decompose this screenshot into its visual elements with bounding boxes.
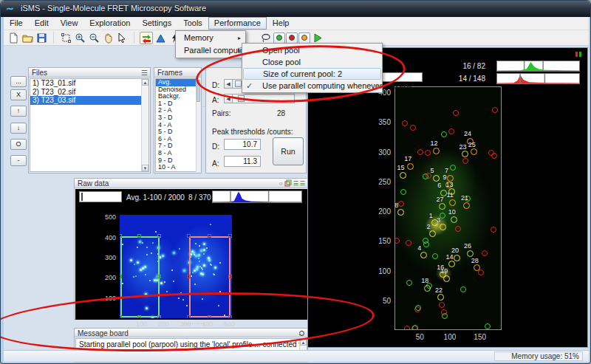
peak-circle[interactable] — [437, 294, 444, 301]
file-action-button-5[interactable]: - — [10, 155, 27, 166]
roi-handle[interactable] — [157, 234, 161, 238]
peak-circle[interactable] — [450, 165, 456, 171]
peak-circle[interactable] — [420, 252, 427, 258]
menu-edit[interactable]: Edit — [29, 17, 55, 30]
zoom-out-icon[interactable] — [87, 32, 100, 44]
channel-layers-icon[interactable] — [284, 179, 292, 187]
zoom-in-icon[interactable] — [73, 32, 86, 44]
roi-handle[interactable] — [208, 315, 211, 318]
frames-panel-header[interactable]: Frames — [154, 68, 201, 78]
menu-settings[interactable]: Settings — [136, 17, 177, 30]
peak-circle[interactable] — [407, 163, 414, 170]
roi-handle[interactable] — [157, 275, 161, 278]
scroll-down-icon[interactable]: ▼ — [142, 165, 148, 171]
a-slider[interactable]: ◀ — [224, 94, 295, 103]
frame-slider-thumb[interactable] — [81, 193, 83, 201]
peak-circle[interactable] — [455, 226, 461, 232]
roi-handle[interactable] — [137, 315, 141, 318]
peak-circle[interactable] — [442, 313, 448, 319]
green-histogram[interactable] — [496, 61, 580, 72]
peak-circle[interactable] — [478, 269, 484, 275]
menu-item-use-parallel-computing-whenever-possible[interactable]: Use parallel computing whenever possible… — [243, 80, 381, 92]
peak-circle[interactable] — [462, 151, 468, 157]
d-slider-thumb[interactable] — [235, 80, 242, 87]
roi-rect-icon[interactable] — [59, 32, 72, 44]
peak-circle[interactable] — [417, 149, 423, 155]
a-threshold-field[interactable]: 11.3 — [224, 156, 261, 167]
dot-red-button[interactable] — [286, 32, 298, 44]
roi-handle[interactable] — [120, 275, 122, 278]
peak-circle[interactable] — [398, 201, 404, 207]
frames-scrollbar[interactable] — [196, 78, 200, 172]
peak-circle[interactable] — [423, 174, 428, 179]
menu-item-size-of-current-pool-2[interactable]: Size of current pool: 2 — [243, 68, 381, 80]
list-item[interactable]: 3) T23_03.sif — [30, 96, 148, 105]
peak-circle[interactable] — [425, 150, 431, 156]
red-histogram[interactable] — [496, 73, 580, 84]
peak-circle[interactable] — [406, 280, 412, 286]
roi-handle[interactable] — [120, 315, 122, 318]
menu-file[interactable]: File — [4, 17, 29, 30]
peak-circle[interactable] — [482, 250, 488, 256]
peak-circle[interactable] — [492, 107, 498, 113]
red-roi[interactable] — [189, 236, 230, 317]
menu-view[interactable]: View — [55, 17, 84, 30]
file-action-button-1[interactable]: X — [10, 89, 27, 100]
frames-list[interactable]: Avg.DenoisedBackgr.1 - D2 - A3 - D4 - A5… — [155, 78, 197, 172]
roi-handle[interactable] — [228, 315, 232, 318]
lasso-icon[interactable] — [259, 32, 273, 44]
peak-circle[interactable] — [462, 158, 468, 164]
file-action-button-3[interactable]: ↓ — [10, 123, 27, 134]
peak-circle[interactable] — [429, 230, 436, 237]
peak-circle[interactable] — [467, 250, 474, 257]
peak-finder-icon[interactable] — [154, 32, 167, 44]
list-icon[interactable]: ☰ — [293, 179, 298, 188]
menu-item-open-pool[interactable]: Open pool — [243, 44, 381, 56]
list-item[interactable]: 1) T23_01.sif — [30, 79, 148, 88]
green-roi[interactable] — [120, 236, 160, 317]
peak-circle[interactable] — [394, 238, 400, 244]
peak-circle[interactable] — [397, 209, 404, 216]
frames-scroll-thumb[interactable] — [197, 80, 200, 102]
peak-circle[interactable] — [454, 255, 460, 261]
run-button[interactable]: Run — [273, 137, 304, 165]
menu-item-close-pool[interactable]: Close pool — [243, 56, 381, 68]
peak-circle[interactable] — [406, 240, 411, 246]
fret-pairs-image[interactable]: 1234567891011121314151617181920212223242… — [394, 86, 502, 330]
peak-circle[interactable] — [449, 199, 456, 206]
roi-handle[interactable] — [208, 234, 211, 238]
peak-circle[interactable] — [485, 323, 491, 329]
file-action-button-2[interactable]: ↑ — [10, 106, 27, 117]
peak-circle[interactable] — [432, 253, 438, 259]
dot-orange-button[interactable] — [298, 32, 310, 44]
roi-handle[interactable] — [228, 275, 232, 278]
peak-circle[interactable] — [440, 224, 446, 230]
peak-circle[interactable] — [439, 302, 445, 308]
peak-circle[interactable] — [451, 216, 457, 223]
intensity-histogram[interactable] — [212, 190, 302, 203]
horizontal-splitter[interactable]: .......... — [183, 321, 205, 323]
roi-handle[interactable] — [157, 315, 161, 318]
pan-hand-icon[interactable] — [101, 32, 115, 44]
peak-circle[interactable] — [448, 188, 455, 195]
file-action-button-4[interactable]: O — [10, 139, 27, 150]
file-action-button-0[interactable]: ... — [10, 76, 27, 87]
list-icon[interactable]: ☰ — [300, 179, 305, 188]
raw-data-panel-header[interactable]: Raw data ○ ☰ ☰ — [75, 179, 307, 188]
list-item[interactable]: 2) T23_02.sif — [30, 88, 148, 97]
roi-handle[interactable] — [187, 315, 191, 318]
channel-bars-icon[interactable] — [575, 51, 584, 58]
menu-help[interactable]: Help — [267, 17, 296, 30]
d-threshold-field[interactable]: 10.7 — [224, 139, 261, 150]
peak-circle[interactable] — [448, 261, 455, 267]
peak-circle[interactable] — [491, 153, 497, 159]
peak-circle[interactable] — [433, 148, 440, 154]
slider-left-arrow-icon[interactable]: ◀ — [225, 95, 233, 103]
peak-circle[interactable] — [460, 286, 466, 292]
scroll-up-icon[interactable]: ▲ — [142, 79, 148, 86]
title-bar[interactable]: ∼ iSMS - Single-Molecule FRET Microscopy… — [1, 1, 591, 17]
roi-handle[interactable] — [187, 234, 191, 238]
roi-handle[interactable] — [120, 234, 122, 238]
message-board-header[interactable]: Message board — [75, 329, 307, 337]
peak-circle[interactable] — [448, 128, 454, 134]
